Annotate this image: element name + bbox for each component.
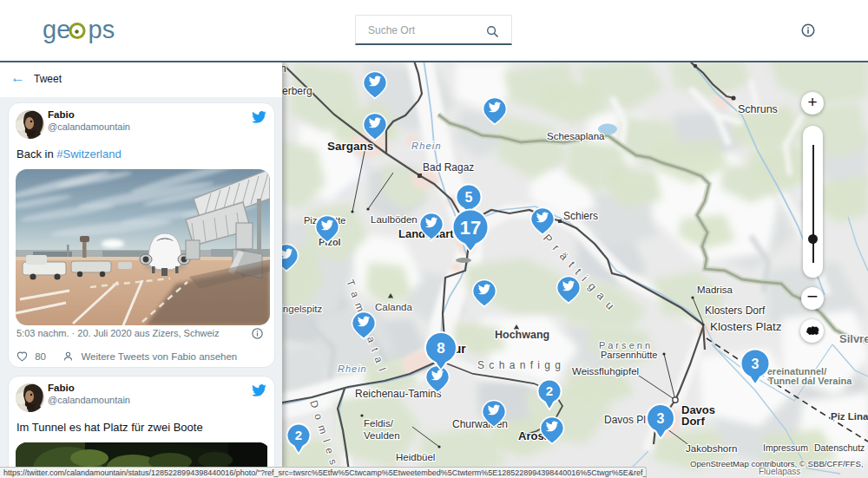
svg-text:Tunnel dal Veraina: Tunnel dal Veraina [768, 376, 852, 386]
svg-text:3: 3 [657, 411, 665, 426]
svg-text:Madrisa: Madrisa [697, 285, 733, 295]
svg-text:Impressum: Impressum [763, 442, 808, 453]
svg-text:Reichenau-Tamins: Reichenau-Tamins [355, 388, 441, 400]
svg-text:Jakobshorn: Jakobshorn [686, 443, 737, 454]
svg-text:2: 2 [546, 383, 553, 398]
svg-text:5: 5 [465, 190, 473, 205]
svg-text:Piz Linar: Piz Linar [831, 411, 868, 422]
svg-text:n: n [282, 62, 286, 75]
svg-text:Calanda: Calanda [375, 302, 412, 312]
svg-text:Sargans: Sargans [327, 140, 373, 153]
svg-text:Schiers: Schiers [563, 210, 598, 222]
svg-text:Heidbüel: Heidbüel [396, 452, 435, 462]
svg-text:Veulden: Veulden [364, 430, 400, 441]
svg-text:Rhein: Rhein [338, 363, 367, 374]
svg-text:Weissfluhgipfel: Weissfluhgipfel [572, 366, 639, 377]
svg-text:ge: ge [43, 18, 70, 43]
svg-text:Feldis/: Feldis/ [364, 418, 394, 429]
svg-text:Schruns: Schruns [738, 103, 778, 115]
svg-text:3: 3 [752, 357, 760, 371]
svg-text:Silvrett: Silvrett [839, 332, 868, 345]
svg-text:ps: ps [89, 18, 115, 43]
svg-text:OpenStreetMap contributors, ©: OpenStreetMap contributors, © SBB/CFF/FF… [690, 459, 864, 468]
svg-text:17: 17 [460, 217, 481, 239]
svg-text:erberg: erberg [282, 85, 312, 97]
svg-text:Hochwang: Hochwang [495, 329, 549, 341]
svg-text:Klosters Dorf: Klosters Dorf [705, 304, 766, 317]
svg-text:2: 2 [295, 428, 302, 442]
svg-text:Dorf: Dorf [681, 415, 705, 428]
svg-text:Schesaplana: Schesaplana [547, 131, 605, 141]
svg-text:Klosters Platz: Klosters Platz [710, 320, 782, 333]
svg-text:Datenschutz: Datenschutz [814, 442, 865, 453]
svg-text:S c h a n f i g g: S c h a n f i g g [477, 359, 562, 371]
svg-text:Laulböden: Laulböden [371, 214, 418, 225]
svg-text:8: 8 [437, 340, 444, 357]
svg-text:Davos Pl: Davos Pl [604, 414, 646, 426]
svg-text:Bad Ragaz: Bad Ragaz [423, 161, 474, 174]
svg-text:Parsennhütte: Parsennhütte [601, 350, 657, 360]
svg-text:Rhein: Rhein [411, 141, 442, 151]
svg-text:Ringelspitz: Ringelspitz [282, 304, 322, 314]
